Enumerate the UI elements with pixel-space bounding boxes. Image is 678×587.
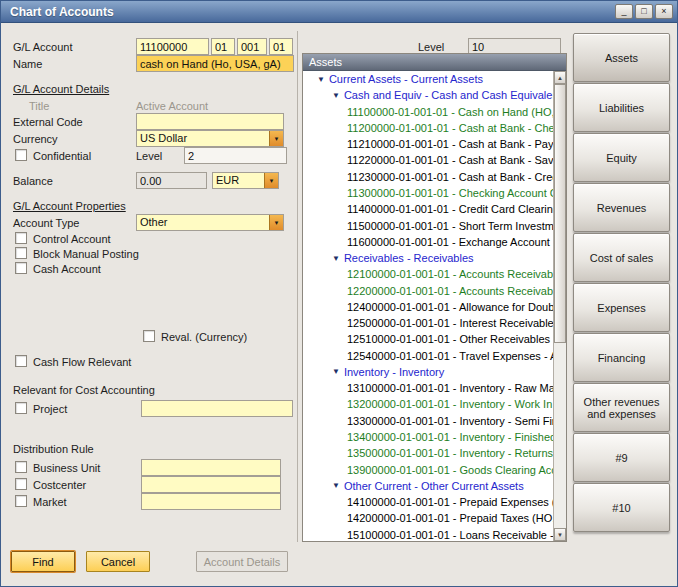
account-tree: ▼Current Assets - Current Assets▼Cash an… xyxy=(303,71,553,541)
collapse-icon[interactable]: ▼ xyxy=(332,367,340,376)
tree-item[interactable]: 11210000-01-001-01 - Cash at Bank - Payr… xyxy=(303,136,553,152)
drawer-equity[interactable]: Equity xyxy=(573,133,670,182)
currency-combo[interactable]: US Dollar ▼ xyxy=(136,130,284,147)
level-input[interactable] xyxy=(184,147,287,164)
balance-input[interactable] xyxy=(136,172,207,189)
drawer-assets[interactable]: Assets xyxy=(573,33,670,82)
account-type-value: Other xyxy=(137,215,269,230)
cancel-button[interactable]: Cancel xyxy=(86,551,150,572)
find-button[interactable]: Find xyxy=(11,551,75,572)
collapse-icon[interactable]: ▼ xyxy=(332,481,340,490)
cash-flow-relevant-checkbox[interactable] xyxy=(15,355,27,367)
scroll-down-icon[interactable]: ▼ xyxy=(554,528,566,541)
tree-item[interactable]: 11600000-01-001-01 - Exchange Account (H xyxy=(303,234,553,250)
business-unit-checkbox[interactable] xyxy=(15,461,27,473)
tree-item[interactable]: 12510000-01-001-01 - Other Receivables (… xyxy=(303,331,553,347)
costcenter-input[interactable] xyxy=(141,476,281,493)
market-checkbox[interactable] xyxy=(15,495,27,507)
account-type-label: Account Type xyxy=(13,214,79,231)
tree-item[interactable]: 13400000-01-001-01 - Inventory - Finishe… xyxy=(303,429,553,445)
tree-item[interactable]: 13100000-01-001-01 - Inventory - Raw Mat… xyxy=(303,380,553,396)
tree-item[interactable]: ▼Receivables - Receivables xyxy=(303,250,553,266)
gl-account-details-header: G/L Account Details xyxy=(13,80,109,97)
tree-item-label: 11600000-01-001-01 - Exchange Account (H xyxy=(347,236,553,248)
tree-item[interactable]: 12500000-01-001-01 - Interest Receivable… xyxy=(303,315,553,331)
collapse-icon[interactable]: ▼ xyxy=(332,254,340,263)
title-label: Title xyxy=(29,97,49,114)
drawer-financing[interactable]: Financing xyxy=(573,333,670,382)
tree-item[interactable]: 14200000-01-001-01 - Prepaid Taxes (HO, … xyxy=(303,510,553,526)
tree-item[interactable]: 13900000-01-001-01 - Goods Clearing Acco… xyxy=(303,461,553,477)
panel-splitter[interactable] xyxy=(297,31,298,542)
cash-account-label: Cash Account xyxy=(33,260,101,277)
tree-item[interactable]: ▼Inventory - Inventory xyxy=(303,364,553,380)
balance-currency-combo[interactable]: EUR ▼ xyxy=(212,172,279,189)
drawer-expenses[interactable]: Expenses xyxy=(573,283,670,332)
tree-scrollbar[interactable]: ▲ ▼ xyxy=(553,71,566,541)
collapse-icon[interactable]: ▼ xyxy=(317,75,325,84)
close-icon[interactable]: × xyxy=(655,4,673,19)
collapse-icon[interactable]: ▼ xyxy=(332,91,340,100)
tree-item[interactable]: 11200000-01-001-01 - Cash at Bank - Chec… xyxy=(303,120,553,136)
gl-account-segment-1[interactable] xyxy=(136,38,209,55)
tree-item[interactable]: 13500000-01-001-01 - Inventory - Returns… xyxy=(303,445,553,461)
drawer--9[interactable]: #9 xyxy=(573,433,670,482)
minimize-icon[interactable]: _ xyxy=(615,4,633,19)
costcenter-checkbox[interactable] xyxy=(15,478,27,490)
tree-item[interactable]: 11300000-01-001-01 - Checking Account Cl… xyxy=(303,185,553,201)
tree-column-header: Assets xyxy=(303,54,566,71)
tree-item[interactable]: 13200000-01-001-01 - Inventory - Work In xyxy=(303,396,553,412)
drawer-cost-of-sales[interactable]: Cost of sales xyxy=(573,233,670,282)
tree-item[interactable]: 15100000-01-001-01 - Loans Receivable - … xyxy=(303,526,553,541)
block-manual-posting-checkbox[interactable] xyxy=(15,247,27,259)
tree-item[interactable]: 14100000-01-001-01 - Prepaid Expenses (H… xyxy=(303,494,553,510)
tree-item[interactable]: 12540000-01-001-01 - Travel Expenses - A… xyxy=(303,348,553,364)
control-account-checkbox[interactable] xyxy=(15,232,27,244)
drawer--10[interactable]: #10 xyxy=(573,483,670,532)
gl-account-segment-2[interactable] xyxy=(211,38,235,55)
external-code-input[interactable] xyxy=(136,113,284,130)
tree-item[interactable]: 12400000-01-001-01 - Allowance for Doubt… xyxy=(303,299,553,315)
cash-flow-relevant-label: Cash Flow Relevant xyxy=(33,353,131,370)
cash-account-checkbox[interactable] xyxy=(15,262,27,274)
chevron-down-icon[interactable]: ▼ xyxy=(264,173,278,188)
tree-item[interactable]: 11400000-01-001-01 - Credit Card Clearin… xyxy=(303,201,553,217)
chevron-down-icon[interactable]: ▼ xyxy=(269,215,283,230)
drawer-stack: AssetsLiabilitiesEquityRevenuesCost of s… xyxy=(573,33,670,533)
scrollbar-thumb[interactable] xyxy=(554,84,566,343)
scroll-up-icon[interactable]: ▲ xyxy=(554,71,566,84)
maximize-icon[interactable]: □ xyxy=(635,4,653,19)
name-input[interactable] xyxy=(136,55,294,72)
drawer-label: #9 xyxy=(615,452,627,464)
tree-item[interactable]: 11220000-01-001-01 - Cash at Bank - Savi… xyxy=(303,152,553,168)
title-bar: Chart of Accounts _ □ × xyxy=(1,1,677,23)
tree-item[interactable]: 11500000-01-001-01 - Short Term Investme… xyxy=(303,217,553,233)
tree-item[interactable]: ▼Cash and Equiv - Cash and Cash Equivale… xyxy=(303,87,553,103)
currency-label: Currency xyxy=(13,130,58,147)
chevron-down-icon[interactable]: ▼ xyxy=(269,131,283,146)
tree-item-label: 12500000-01-001-01 - Interest Receivable… xyxy=(347,317,553,329)
tree-item-label: 11300000-01-001-01 - Checking Account Cl… xyxy=(347,187,553,199)
tree-item[interactable]: 12100000-01-001-01 - Accounts Receivable… xyxy=(303,266,553,282)
tree-item[interactable]: ▼Other Current - Other Current Assets xyxy=(303,478,553,494)
gl-account-segment-4[interactable] xyxy=(269,38,293,55)
tree-item[interactable]: 11100000-01-001-01 - Cash on Hand (HO, U xyxy=(303,104,553,120)
project-input[interactable] xyxy=(141,400,293,417)
drawer-liabilities[interactable]: Liabilities xyxy=(573,83,670,132)
tree-item-label: Inventory - Inventory xyxy=(344,366,444,378)
reval-currency-checkbox[interactable] xyxy=(143,330,155,342)
tree-item[interactable]: 12200000-01-001-01 - Accounts Receivable… xyxy=(303,282,553,298)
business-unit-input[interactable] xyxy=(141,459,281,476)
confidential-checkbox[interactable] xyxy=(15,149,27,161)
account-type-combo[interactable]: Other ▼ xyxy=(136,214,284,231)
drawer-revenues[interactable]: Revenues xyxy=(573,183,670,232)
tree-item[interactable]: 13300000-01-001-01 - Inventory - Semi Fi… xyxy=(303,413,553,429)
drawer-other-revenues-and-expenses[interactable]: Other revenues and expenses xyxy=(573,383,670,432)
tree-item-label: 12540000-01-001-01 - Travel Expenses - A… xyxy=(347,350,553,362)
costcenter-label: Costcenter xyxy=(33,476,86,493)
tree-item[interactable]: 11230000-01-001-01 - Cash at Bank - Cred… xyxy=(303,169,553,185)
project-checkbox[interactable] xyxy=(15,402,27,414)
market-input[interactable] xyxy=(141,493,281,510)
gl-account-segment-3[interactable] xyxy=(237,38,267,55)
tree-item[interactable]: ▼Current Assets - Current Assets xyxy=(303,71,553,87)
